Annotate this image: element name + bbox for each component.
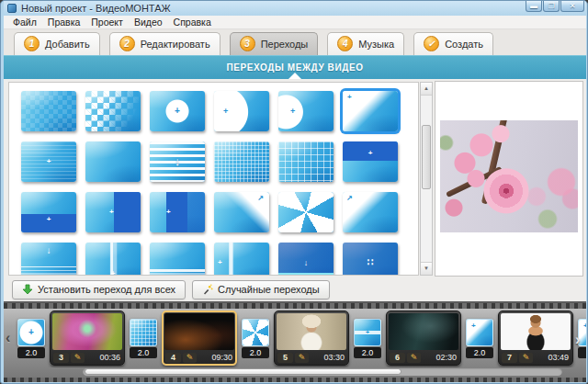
timeline-clip-6[interactable]: 6✎02:30: [386, 311, 461, 366]
transition-thumb-checker-dissolve[interactable]: [85, 91, 141, 131]
tab-bar: 1Добавить2Редактировать3Переходы4Музыка✓…: [4, 29, 586, 55]
clip-number: 5: [277, 353, 293, 363]
tab-добавить[interactable]: 1Добавить: [14, 32, 100, 55]
tab-label: Создать: [445, 39, 483, 50]
clip-info: 5✎03:30: [277, 350, 346, 364]
scrollbar-thumb[interactable]: [422, 125, 431, 189]
transition-icon-iris-circle: [17, 319, 45, 346]
transition-thumb-circle-left-small[interactable]: [278, 91, 334, 131]
tab-label: Добавить: [45, 39, 90, 50]
edit-pencil-icon[interactable]: ✎: [183, 353, 197, 363]
menu-item[interactable]: Проект: [85, 16, 129, 28]
transition-thumb-band-right[interactable]: [85, 192, 141, 232]
clip-thumbnail: [389, 313, 458, 350]
clip-thumbnail: [52, 313, 122, 350]
section-title: ПЕРЕХОДЫ МЕЖДУ ВИДЕО: [226, 62, 363, 73]
timeline-scroll-left-icon[interactable]: ‹: [6, 331, 13, 345]
edit-pencil-icon[interactable]: ✎: [71, 353, 85, 363]
transitions-panel: ▲ ▼: [4, 79, 586, 277]
clip-number: 3: [53, 353, 69, 363]
transition-thumb-grid-fine[interactable]: [214, 141, 269, 182]
transition-thumb-stripes-down[interactable]: [150, 141, 205, 182]
clip-info: 4✎09:30: [164, 350, 234, 364]
menu-item[interactable]: Видео: [129, 16, 168, 28]
timeline-clip-7[interactable]: 7✎03:49: [498, 311, 573, 366]
transition-thumb-diagonal-wipe[interactable]: [343, 91, 398, 131]
transition-thumb-dark-stripe[interactable]: [278, 243, 334, 276]
transition-thumb-grid-large[interactable]: [278, 141, 334, 182]
clip-duration: 02:30: [435, 353, 458, 362]
transitions-grid: [21, 91, 418, 276]
clip-thumbnail: [277, 313, 346, 350]
clip-number: 7: [502, 353, 517, 363]
clip-number: 4: [165, 353, 181, 363]
transition-icon-pinwheel: [242, 319, 269, 346]
tab-переходы[interactable]: 3Переходы: [230, 32, 319, 55]
transition-thumb-dark-dots[interactable]: [343, 243, 398, 276]
transition-duration: 2: [578, 347, 586, 358]
clip-thumbnail: [164, 313, 234, 350]
transition-thumb-split-bottom[interactable]: [21, 192, 76, 232]
transition-thumb-split-top[interactable]: [343, 141, 398, 182]
scroll-down-icon[interactable]: ▼: [421, 262, 432, 275]
timeline-scroll-right-icon[interactable]: ›: [575, 333, 582, 347]
menu-item[interactable]: Правка: [42, 16, 85, 28]
timeline-transition[interactable]: 2.0: [128, 319, 159, 358]
step-number-icon: 1: [24, 36, 40, 51]
maximize-icon[interactable]: ❐: [543, 1, 560, 12]
clip-thumbnail: [501, 313, 571, 350]
scroll-up-icon[interactable]: ▲: [421, 83, 432, 96]
tab-label: Редактировать: [141, 39, 210, 50]
preview-panel: [435, 81, 583, 277]
transition-duration: 2.0: [17, 347, 45, 358]
timeline-transition[interactable]: 2.0: [352, 319, 383, 358]
blossom-flowers: [440, 120, 578, 232]
timeline: ‹2.03✎00:362.04✎09:302.05✎03:302.06✎02:3…: [4, 301, 586, 382]
clip-duration: 03:30: [323, 353, 345, 362]
preview-image: [440, 120, 578, 232]
title-bar: Новый проект - ВидеоМОНТАЖ ▬ ❐ ✕: [4, 1, 586, 16]
timeline-clip-3[interactable]: 3✎00:36: [50, 311, 125, 366]
app-window: Новый проект - ВидеоМОНТАЖ ▬ ❐ ✕ ФайлПра…: [0, 0, 588, 384]
clip-duration: 03:49: [548, 353, 570, 362]
close-icon[interactable]: ✕: [560, 1, 584, 12]
random-transitions-button[interactable]: Случайные переходы: [192, 280, 330, 299]
transition-thumb-lines-fine[interactable]: [21, 141, 76, 182]
edit-pencil-icon[interactable]: ✎: [519, 353, 533, 363]
transition-thumb-circle-left-large[interactable]: [214, 91, 269, 131]
clip-info: 3✎00:36: [52, 350, 122, 364]
transition-thumb-diagonal-top-left[interactable]: [343, 192, 398, 232]
minimize-icon[interactable]: ▬: [526, 1, 542, 12]
transition-thumb-iris-circle[interactable]: [150, 91, 205, 131]
timeline-transition[interactable]: 2.0: [240, 319, 271, 358]
transition-thumb-stripe-vertical-left[interactable]: [214, 243, 269, 276]
transition-thumb-fade[interactable]: [85, 141, 141, 182]
transition-thumb-corner-top-right[interactable]: [214, 192, 269, 232]
transition-thumb-checker-subtle[interactable]: [21, 91, 76, 131]
timeline-scrollbar-thumb[interactable]: [85, 368, 401, 375]
transition-thumb-band-middle[interactable]: [150, 192, 205, 232]
transition-thumb-pinwheel[interactable]: [278, 192, 334, 232]
edit-pencil-icon[interactable]: ✎: [407, 353, 421, 363]
tab-музыка[interactable]: 4Музыка: [327, 32, 404, 55]
magic-wand-icon: [202, 284, 213, 295]
edit-pencil-icon[interactable]: ✎: [295, 353, 309, 363]
transition-thumb-stripes-bottom[interactable]: [21, 243, 76, 276]
transition-thumb-stripe-vertical[interactable]: [85, 243, 141, 276]
grid-scrollbar[interactable]: ▲ ▼: [420, 82, 433, 276]
transition-thumb-stripe-bottom[interactable]: [150, 243, 205, 276]
timeline-clip-4[interactable]: 4✎09:30: [162, 311, 237, 366]
timeline-transition[interactable]: 2.0: [464, 319, 495, 358]
transitions-grid-panel: [8, 82, 419, 276]
timeline-scrollbar[interactable]: [83, 367, 562, 376]
timeline-transition[interactable]: 2.0: [16, 319, 47, 358]
menu-item[interactable]: Файл: [7, 16, 42, 28]
timeline-clip-5[interactable]: 5✎03:30: [274, 311, 349, 366]
section-header: ПЕРЕХОДЫ МЕЖДУ ВИДЕО: [4, 55, 586, 79]
clip-info: 6✎02:30: [389, 350, 458, 364]
tab-редактировать[interactable]: 2Редактировать: [109, 32, 220, 55]
set-transition-for-all-label: Установить переход для всех: [38, 284, 175, 295]
set-transition-for-all-button[interactable]: Установить переход для всех: [12, 280, 186, 299]
menu-item[interactable]: Справка: [168, 16, 217, 28]
tab-создать[interactable]: ✓Создать: [413, 32, 493, 55]
